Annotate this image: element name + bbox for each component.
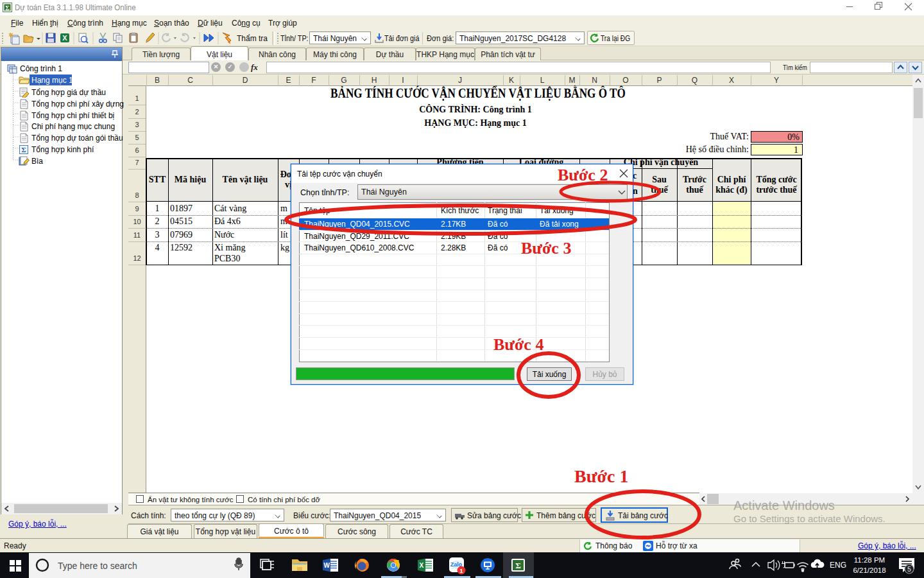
svg-text:X: X: [420, 562, 424, 569]
svg-text:W: W: [324, 562, 330, 569]
svg-text:5: 5: [907, 565, 911, 573]
svg-text:Σ: Σ: [515, 561, 521, 570]
svg-text:1: 1: [459, 567, 463, 574]
svg-text:Type here to search: Type here to search: [58, 561, 137, 571]
